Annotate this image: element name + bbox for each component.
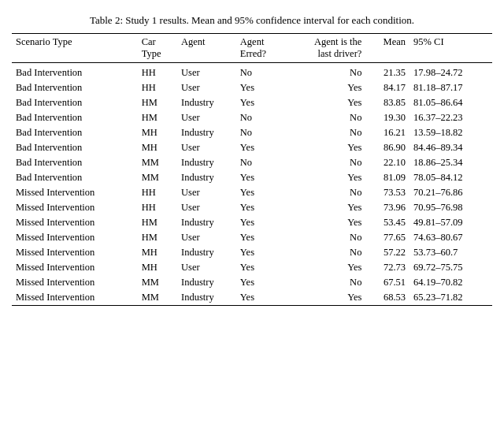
- table-row: Bad InterventionHMIndustryYesYes83.8581.…: [12, 95, 492, 110]
- table-cell: 70.95–76.98: [410, 200, 492, 215]
- col-last-driver: Agent is thelast driver?: [285, 34, 365, 63]
- table-row: Bad InterventionHMUserNoNo19.3016.37–22.…: [12, 110, 492, 125]
- table-cell: 57.22: [365, 245, 410, 260]
- col-mean: Mean: [365, 34, 410, 63]
- table-row: Bad InterventionMMIndustryYesYes81.0978.…: [12, 170, 492, 185]
- table-cell: 81.09: [365, 170, 410, 185]
- table-cell: Industry: [177, 155, 236, 170]
- col-car-type: CarType: [138, 34, 177, 63]
- table-cell: HH: [138, 200, 177, 215]
- table-cell: MM: [138, 275, 177, 290]
- table-cell: No: [285, 110, 365, 125]
- table-cell: 83.85: [365, 95, 410, 110]
- table-cell: Yes: [236, 215, 286, 230]
- table-row: Missed InterventionHHUserYesNo73.5370.21…: [12, 185, 492, 200]
- table-cell: Missed Intervention: [12, 215, 138, 230]
- table-cell: Industry: [177, 170, 236, 185]
- table-cell: Industry: [177, 125, 236, 140]
- table-row: Missed InterventionHMUserYesNo77.6574.63…: [12, 230, 492, 245]
- table-cell: User: [177, 185, 236, 200]
- table-cell: Industry: [177, 290, 236, 306]
- table-cell: Missed Intervention: [12, 260, 138, 275]
- table-cell: MH: [138, 260, 177, 275]
- table-cell: MH: [138, 245, 177, 260]
- table-cell: 65.23–71.82: [410, 290, 492, 306]
- table-cell: HM: [138, 110, 177, 125]
- table-row: Missed InterventionMHIndustryYesNo57.225…: [12, 245, 492, 260]
- table-cell: User: [177, 200, 236, 215]
- col-scenario: Scenario Type: [12, 34, 138, 63]
- table-row: Bad InterventionHHUserNoNo21.3517.98–24.…: [12, 63, 492, 81]
- table-cell: MM: [138, 170, 177, 185]
- table-cell: Yes: [285, 215, 365, 230]
- table-cell: Missed Intervention: [12, 185, 138, 200]
- table-cell: 81.05–86.64: [410, 95, 492, 110]
- table-cell: No: [236, 110, 286, 125]
- table-cell: Bad Intervention: [12, 140, 138, 155]
- table-cell: User: [177, 140, 236, 155]
- table-cell: Yes: [285, 95, 365, 110]
- table-cell: Bad Intervention: [12, 155, 138, 170]
- table-cell: 13.59–18.82: [410, 125, 492, 140]
- table-cell: 86.90: [365, 140, 410, 155]
- table-cell: 68.53: [365, 290, 410, 306]
- table-cell: 21.35: [365, 63, 410, 81]
- table-cell: Industry: [177, 215, 236, 230]
- table-cell: 53.45: [365, 215, 410, 230]
- table-cell: HM: [138, 95, 177, 110]
- table-cell: 16.37–22.23: [410, 110, 492, 125]
- table-cell: Missed Intervention: [12, 275, 138, 290]
- table-cell: 18.86–25.34: [410, 155, 492, 170]
- table-cell: 64.19–70.82: [410, 275, 492, 290]
- table-cell: MM: [138, 155, 177, 170]
- table-cell: User: [177, 63, 236, 81]
- table-cell: Industry: [177, 95, 236, 110]
- table-cell: User: [177, 80, 236, 95]
- table-cell: No: [285, 125, 365, 140]
- table-cell: 70.21–76.86: [410, 185, 492, 200]
- table-cell: Yes: [285, 200, 365, 215]
- table-cell: No: [236, 63, 286, 81]
- table-cell: 67.51: [365, 275, 410, 290]
- table-cell: User: [177, 110, 236, 125]
- table-cell: Yes: [236, 290, 286, 306]
- table-cell: 84.17: [365, 80, 410, 95]
- table-cell: Yes: [285, 140, 365, 155]
- table-row: Missed InterventionMHUserYesYes72.7369.7…: [12, 260, 492, 275]
- table-cell: 81.18–87.17: [410, 80, 492, 95]
- table-cell: 53.73–60.7: [410, 245, 492, 260]
- table-cell: User: [177, 230, 236, 245]
- table-container: Table 2: Study 1 results. Mean and 95% c…: [12, 14, 492, 306]
- table-cell: Yes: [285, 290, 365, 306]
- table-row: Bad InterventionHHUserYesYes84.1781.18–8…: [12, 80, 492, 95]
- table-row: Missed InterventionHHUserYesYes73.9670.9…: [12, 200, 492, 215]
- table-cell: MH: [138, 125, 177, 140]
- table-cell: 16.21: [365, 125, 410, 140]
- table-cell: HH: [138, 185, 177, 200]
- table-cell: No: [236, 125, 286, 140]
- table-cell: User: [177, 260, 236, 275]
- table-row: Missed InterventionHMIndustryYesYes53.45…: [12, 215, 492, 230]
- table-cell: Missed Intervention: [12, 290, 138, 306]
- table-cell: 78.05–84.12: [410, 170, 492, 185]
- table-cell: Yes: [285, 170, 365, 185]
- table-cell: Yes: [236, 200, 286, 215]
- col-agent: Agent: [177, 34, 236, 63]
- table-cell: No: [285, 63, 365, 81]
- table-cell: Industry: [177, 275, 236, 290]
- table-cell: 84.46–89.34: [410, 140, 492, 155]
- table-row: Missed InterventionMMIndustryYesYes68.53…: [12, 290, 492, 306]
- table-cell: Yes: [236, 170, 286, 185]
- table-cell: HM: [138, 215, 177, 230]
- table-cell: Yes: [236, 140, 286, 155]
- table-cell: 72.73: [365, 260, 410, 275]
- table-cell: No: [285, 155, 365, 170]
- results-table: Scenario Type CarType Agent AgentErred? …: [12, 33, 492, 306]
- table-cell: 17.98–24.72: [410, 63, 492, 81]
- table-cell: Yes: [236, 80, 286, 95]
- col-agent-erred: AgentErred?: [236, 34, 286, 63]
- table-cell: 49.81–57.09: [410, 215, 492, 230]
- table-cell: 19.30: [365, 110, 410, 125]
- table-cell: MM: [138, 290, 177, 306]
- table-cell: Bad Intervention: [12, 63, 138, 81]
